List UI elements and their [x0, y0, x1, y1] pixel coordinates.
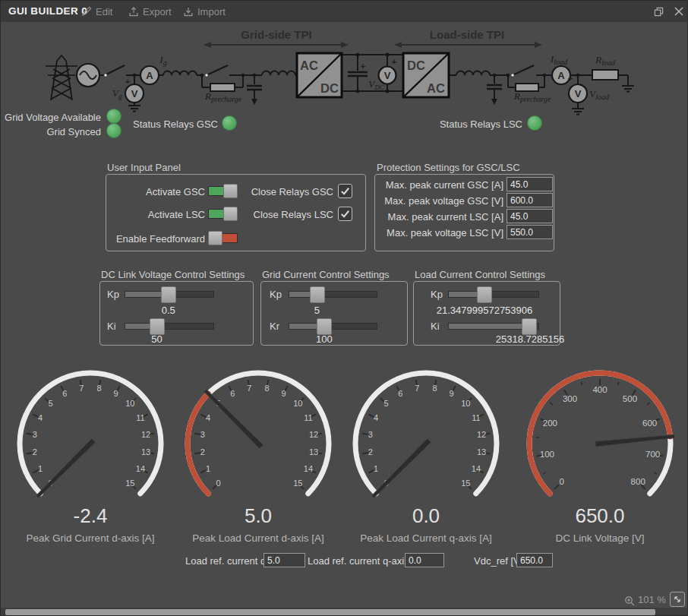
restore-window-icon[interactable]	[652, 5, 665, 17]
load-current-control-panel: Kp 21.347999572753906 Ki 25318.7285156	[413, 281, 560, 346]
status-relays-lsc-led	[527, 115, 542, 131]
svg-text:4: 4	[206, 413, 210, 422]
load-side-tpi-span	[394, 42, 542, 48]
svg-text:DC: DC	[320, 81, 339, 95]
kp-slider[interactable]	[125, 291, 214, 298]
pencil-icon	[81, 6, 92, 17]
activate-gsc-label: Activate GSC	[114, 186, 205, 197]
horizontal-scrollbar-thumb[interactable]	[5, 609, 655, 615]
import-button[interactable]: Import	[183, 1, 226, 22]
svg-text:AC: AC	[300, 58, 318, 72]
svg-text:9: 9	[282, 389, 286, 398]
gauge-value: 650.0	[522, 504, 677, 528]
slider-knob[interactable]	[317, 318, 332, 335]
export-button[interactable]: Export	[128, 1, 172, 22]
svg-text:10: 10	[461, 399, 470, 408]
fit-to-window-button[interactable]	[670, 592, 685, 607]
close-icon[interactable]	[672, 5, 686, 17]
vdc-ref-input[interactable]	[516, 553, 553, 567]
svg-text:2: 2	[200, 447, 205, 456]
svg-text:A: A	[557, 70, 565, 81]
gauge-dial: 0123456789101112131415	[13, 368, 168, 501]
slider-knob[interactable]	[150, 318, 165, 335]
svg-text:2: 2	[33, 447, 37, 456]
activate-lsc-toggle[interactable]	[208, 207, 238, 221]
dc-link-control-panel: Kp 0.5 Ki 50	[99, 281, 254, 346]
kp-slider[interactable]	[448, 291, 539, 298]
svg-text:A: A	[146, 70, 153, 81]
slider-knob[interactable]	[522, 318, 537, 335]
status-relays-gsc-led	[222, 115, 237, 131]
grid-current-control-panel: Kp 5 Kr 100	[260, 281, 408, 346]
close-relays-gsc-checkbox[interactable]	[338, 184, 352, 198]
slider-knob[interactable]	[310, 286, 325, 303]
svg-text:9: 9	[450, 389, 454, 398]
ki-slider[interactable]	[448, 323, 539, 330]
max-peak-current-lsc-input[interactable]	[507, 209, 553, 223]
circuit-labels: Ig Vg VDC Rprecharge Rprecharge Iload Rl…	[112, 53, 616, 103]
svg-text:+: +	[568, 74, 573, 83]
svg-text:Vload: Vload	[589, 88, 610, 101]
slider-value: 5	[264, 305, 370, 316]
svg-text:6: 6	[398, 389, 402, 398]
svg-text:Vg: Vg	[112, 87, 122, 100]
user-input-panel: Activate GSC Close Relays GSC Activate L…	[106, 174, 366, 251]
grid-voltage-available-label: Grid Voltage Available	[1, 112, 101, 123]
grid-synced-label: Grid Synced	[1, 126, 101, 137]
close-relays-lsc-checkbox[interactable]	[338, 207, 352, 221]
svg-text:3: 3	[368, 430, 373, 439]
kp-slider[interactable]	[289, 291, 377, 298]
load-resistor	[592, 70, 618, 80]
slider-knob[interactable]	[477, 286, 492, 303]
svg-text:13: 13	[477, 447, 486, 456]
slider-name: Kp	[431, 289, 443, 300]
max-peak-current-gsc-input[interactable]	[507, 177, 553, 191]
max-peak-voltage-lsc-label: Max. peak voltage LSC [V]	[379, 227, 503, 239]
svg-text:4: 4	[374, 413, 378, 422]
user-input-panel-title: User Input Panel	[107, 162, 181, 173]
slider-value: 100	[271, 333, 377, 345]
ac-source-icon	[77, 64, 99, 87]
svg-text:1: 1	[38, 464, 43, 473]
svg-text:600: 600	[642, 419, 657, 428]
svg-text:10: 10	[293, 399, 302, 408]
enable-feedforward-toggle[interactable]	[208, 231, 238, 245]
svg-text:Rprecharge: Rprecharge	[204, 90, 242, 103]
svg-text:Rload: Rload	[595, 54, 616, 67]
ki-slider[interactable]	[125, 323, 214, 330]
max-peak-voltage-gsc-input[interactable]	[507, 193, 553, 207]
circuit-diagram: AC DC DC AC A A V V V	[1, 25, 688, 116]
svg-text:+: +	[392, 57, 396, 66]
load-ref-q-input[interactable]	[405, 553, 444, 567]
svg-text:V: V	[384, 70, 391, 81]
max-peak-voltage-lsc-input[interactable]	[507, 225, 553, 239]
svg-text:Iload: Iload	[550, 53, 568, 66]
gauge-caption: DC Link Voltage [V]	[522, 532, 677, 544]
slider-name: Kp	[107, 289, 119, 300]
arrow-down-icon	[251, 99, 257, 105]
load-side-tpi-label: Load-side TPI	[430, 28, 504, 41]
grid-side-tpi-label: Grid-side TPI	[241, 28, 311, 41]
svg-text:300: 300	[563, 394, 577, 403]
edit-button[interactable]: Edit	[81, 1, 112, 22]
slider-knob[interactable]	[161, 286, 176, 303]
dcac-converter: DC AC	[403, 53, 449, 97]
svg-text:14: 14	[304, 464, 313, 473]
svg-text:200: 200	[543, 419, 557, 428]
grid-side-tpi-span	[204, 42, 349, 48]
load-ref-d-input[interactable]	[264, 553, 305, 567]
transmission-tower-icon	[46, 55, 77, 100]
activate-gsc-toggle[interactable]	[208, 184, 238, 198]
svg-text:14: 14	[472, 464, 481, 473]
svg-text:3: 3	[200, 430, 205, 439]
max-peak-current-gsc-label: Max. peak current GSC [A]	[379, 179, 503, 191]
check-icon	[339, 185, 351, 197]
svg-text:8: 8	[97, 384, 102, 393]
activate-lsc-label: Activate LSC	[114, 209, 205, 220]
svg-text:700: 700	[645, 450, 660, 459]
status-relays-lsc-label: Status Relays LSC	[435, 118, 522, 130]
kr-slider[interactable]	[289, 323, 377, 330]
svg-text:3: 3	[33, 430, 37, 439]
export-icon	[128, 6, 139, 17]
gauge-dial: 0123456789101112131415	[181, 368, 336, 501]
